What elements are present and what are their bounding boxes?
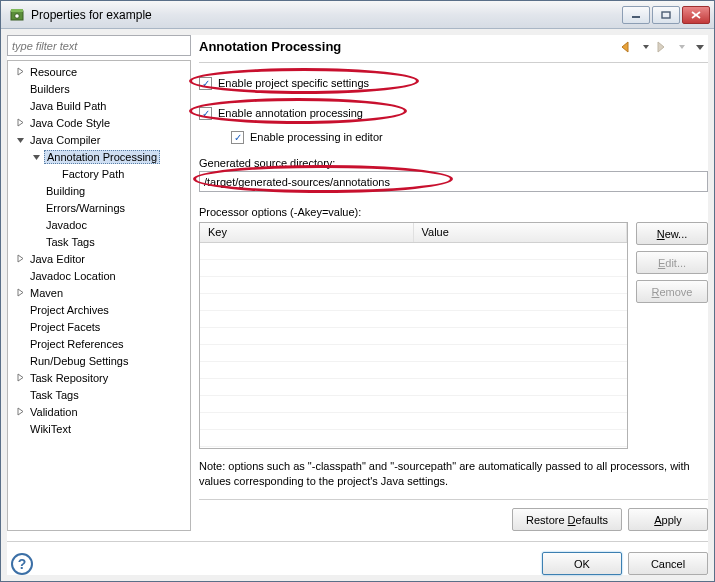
proc-opts-label: Processor options (-Akey=value):	[199, 206, 708, 218]
titlebar[interactable]: Properties for example	[1, 1, 714, 29]
note-text: Note: options such as "-classpath" and "…	[199, 459, 708, 489]
svg-rect-1	[11, 9, 23, 12]
tree-item[interactable]: Factory Path	[8, 165, 190, 182]
minimize-button[interactable]	[622, 6, 650, 24]
cancel-button[interactable]: Cancel	[628, 552, 708, 575]
tree-item[interactable]: Project References	[8, 335, 190, 352]
tree-item[interactable]: Project Archives	[8, 301, 190, 318]
back-menu-icon[interactable]	[638, 40, 654, 54]
tree-item-label: Javadoc Location	[28, 270, 118, 282]
tree-item[interactable]: Java Compiler	[8, 131, 190, 148]
page-title: Annotation Processing	[199, 39, 620, 54]
tree-spacer	[14, 389, 26, 401]
tree-item[interactable]: WikiText	[8, 420, 190, 437]
tree-item[interactable]: Builders	[8, 80, 190, 97]
chevron-right-icon[interactable]	[14, 372, 26, 384]
tree-item-label: Builders	[28, 83, 72, 95]
filter-input[interactable]	[7, 35, 191, 56]
tree-spacer	[14, 304, 26, 316]
tree-item-label: Resource	[28, 66, 79, 78]
chevron-right-icon[interactable]	[14, 117, 26, 129]
tree-item-label: Validation	[28, 406, 80, 418]
maximize-button[interactable]	[652, 6, 680, 24]
tree-item[interactable]: Task Tags	[8, 386, 190, 403]
chevron-right-icon[interactable]	[14, 253, 26, 265]
tree-item[interactable]: Javadoc	[8, 216, 190, 233]
chevron-right-icon[interactable]	[14, 287, 26, 299]
tree-item[interactable]: Javadoc Location	[8, 267, 190, 284]
tree-spacer	[14, 355, 26, 367]
svg-rect-4	[662, 12, 670, 18]
tree-item[interactable]: Task Tags	[8, 233, 190, 250]
tree-item-label: Run/Debug Settings	[28, 355, 130, 367]
tree-item[interactable]: Building	[8, 182, 190, 199]
tree-item-label: Java Build Path	[28, 100, 108, 112]
tree-item[interactable]: Task Repository	[8, 369, 190, 386]
tree-item[interactable]: Maven	[8, 284, 190, 301]
col-key[interactable]: Key	[200, 223, 414, 242]
tree-spacer	[14, 270, 26, 282]
gen-dir-input[interactable]	[199, 171, 708, 192]
tree-spacer	[14, 100, 26, 112]
tree-item[interactable]: Resource	[8, 63, 190, 80]
forward-icon[interactable]	[656, 40, 672, 54]
chevron-right-icon[interactable]	[14, 66, 26, 78]
view-menu-icon[interactable]	[692, 40, 708, 54]
tree-item[interactable]: Errors/Warnings	[8, 199, 190, 216]
window-icon	[9, 7, 25, 23]
new-button[interactable]: New...	[636, 222, 708, 245]
tree-item-label: Java Code Style	[28, 117, 112, 129]
chevron-down-icon[interactable]	[30, 151, 42, 163]
tree-item-label: Project Facets	[28, 321, 102, 333]
checkbox-enable-editor[interactable]: ✓	[231, 131, 244, 144]
tree-item-label: Task Tags	[28, 389, 81, 401]
table-body	[200, 243, 627, 448]
window-title: Properties for example	[31, 8, 622, 22]
help-icon[interactable]: ?	[11, 553, 33, 575]
tree-item[interactable]: Java Editor	[8, 250, 190, 267]
tree-item[interactable]: Run/Debug Settings	[8, 352, 190, 369]
tree-item-label: Maven	[28, 287, 65, 299]
checkbox-enable-ap[interactable]: ✓	[199, 107, 212, 120]
back-icon[interactable]	[620, 40, 636, 54]
apply-button[interactable]: Apply	[628, 508, 708, 531]
gen-dir-label: Generated source directory:	[199, 157, 708, 169]
properties-dialog: Properties for example ResourceBuildersJ…	[0, 0, 715, 582]
tree-spacer	[14, 83, 26, 95]
checkbox-project-specific[interactable]: ✓	[199, 77, 212, 90]
checkbox-project-specific-label: Enable project specific settings	[218, 77, 369, 89]
tree-spacer	[14, 338, 26, 350]
tree-spacer	[30, 219, 42, 231]
tree-item-label: Building	[44, 185, 87, 197]
tree-item-label: Project Archives	[28, 304, 111, 316]
tree-spacer	[30, 236, 42, 248]
tree-item-label: Javadoc	[44, 219, 89, 231]
tree-spacer	[30, 202, 42, 214]
processor-options-table[interactable]: Key Value	[199, 222, 628, 449]
svg-point-2	[15, 13, 20, 18]
tree-item-label: Errors/Warnings	[44, 202, 127, 214]
close-button[interactable]	[682, 6, 710, 24]
tree-item-label: Annotation Processing	[44, 150, 160, 164]
chevron-right-icon[interactable]	[14, 406, 26, 418]
chevron-down-icon[interactable]	[14, 134, 26, 146]
checkbox-enable-ap-label: Enable annotation processing	[218, 107, 363, 119]
tree-spacer	[14, 321, 26, 333]
tree-item-label: Project References	[28, 338, 126, 350]
tree-item[interactable]: Java Code Style	[8, 114, 190, 131]
tree-item-label: Task Repository	[28, 372, 110, 384]
tree-item[interactable]: Project Facets	[8, 318, 190, 335]
edit-button[interactable]: Edit...	[636, 251, 708, 274]
properties-tree[interactable]: ResourceBuildersJava Build PathJava Code…	[7, 60, 191, 531]
tree-item-label: WikiText	[28, 423, 73, 435]
tree-item-label: Task Tags	[44, 236, 97, 248]
tree-item[interactable]: Validation	[8, 403, 190, 420]
remove-button[interactable]: Remove	[636, 280, 708, 303]
col-value[interactable]: Value	[414, 223, 628, 242]
ok-button[interactable]: OK	[542, 552, 622, 575]
restore-defaults-button[interactable]: Restore Defaults	[512, 508, 622, 531]
forward-menu-icon[interactable]	[674, 40, 690, 54]
tree-spacer	[46, 168, 58, 180]
tree-item[interactable]: Annotation Processing	[8, 148, 190, 165]
tree-item[interactable]: Java Build Path	[8, 97, 190, 114]
